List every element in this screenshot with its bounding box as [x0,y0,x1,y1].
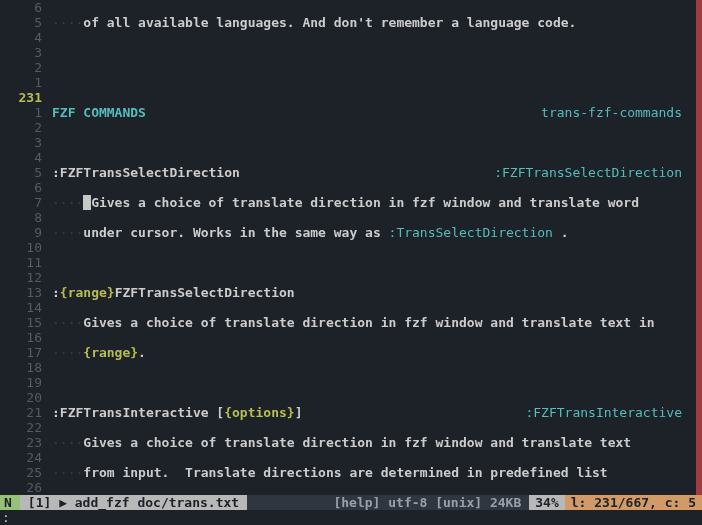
current-linenr: 231 [0,90,42,105]
mode-indicator: N [0,495,20,510]
text-line: ····from input. Translate directions are… [52,465,696,480]
blank-line [52,135,696,150]
text-line: ····of all available languages. And don'… [52,15,696,30]
blank-line [52,45,696,60]
text-line: ····under cursor. Works in the same way … [52,225,696,240]
linenr: 4 [0,30,42,45]
linenr: 24 [0,450,42,465]
blank-line [52,255,696,270]
linenr: 9 [0,225,42,240]
linenr: 6 [0,0,42,15]
command-line[interactable]: : [0,510,702,525]
linenr: 17 [0,345,42,360]
linenr: 14 [0,300,42,315]
linenr: 2 [0,120,42,135]
fileinfo-segment: [help] utf-8 [unix] 24KB [247,495,529,510]
line-number-gutter: 6 5 4 3 2 1 231 1 2 3 4 5 6 7 8 9 10 11 … [0,0,48,495]
linenr: 2 [0,60,42,75]
editor-viewport[interactable]: 6 5 4 3 2 1 231 1 2 3 4 5 6 7 8 9 10 11 … [0,0,702,495]
percent-segment: 34% [529,495,564,510]
section-heading: FZF COMMANDStrans-fzf-commands [52,105,682,120]
linenr: 3 [0,135,42,150]
linenr: 4 [0,150,42,165]
blank-line [52,375,696,390]
linenr: 21 [0,405,42,420]
linenr: 6 [0,180,42,195]
code-area[interactable]: ····of all available languages. And don'… [48,0,702,495]
linenr: 16 [0,330,42,345]
linenr: 11 [0,255,42,270]
linenr: 1 [0,75,42,90]
text-line: ···· Gives a choice of translate directi… [52,195,696,210]
command-def: :FZFTransSelectDirection:FZFTransSelectD… [52,165,682,180]
linenr: 13 [0,285,42,300]
linenr: 1 [0,105,42,120]
linenr: 10 [0,240,42,255]
linenr: 3 [0,45,42,60]
linenr: 22 [0,420,42,435]
linenr: 8 [0,210,42,225]
linenr: 12 [0,270,42,285]
status-line: N [1] ▶ add_fzf doc/trans.txt [help] utf… [0,495,702,510]
linenr: 15 [0,315,42,330]
text-line: ····{range}. [52,345,696,360]
linenr: 23 [0,435,42,450]
command-def: :FZFTransInteractive [{options}]:FZFTran… [52,405,682,420]
linenr: 19 [0,375,42,390]
linenr: 5 [0,165,42,180]
position-segment: l: 231/667, c: 5 [565,495,702,510]
linenr: 25 [0,465,42,480]
file-segment: [1] ▶ add_fzf doc/trans.txt [20,495,247,510]
text-line: ····Gives a choice of translate directio… [52,315,696,330]
blank-line [52,75,696,90]
linenr: 20 [0,390,42,405]
linenr: 7 [0,195,42,210]
text-line: ····Gives a choice of translate directio… [52,435,696,450]
linenr: 18 [0,360,42,375]
linenr: 26 [0,480,42,495]
command-def: :{range}FZFTransSelectDirection [52,285,696,300]
linenr: 5 [0,15,42,30]
